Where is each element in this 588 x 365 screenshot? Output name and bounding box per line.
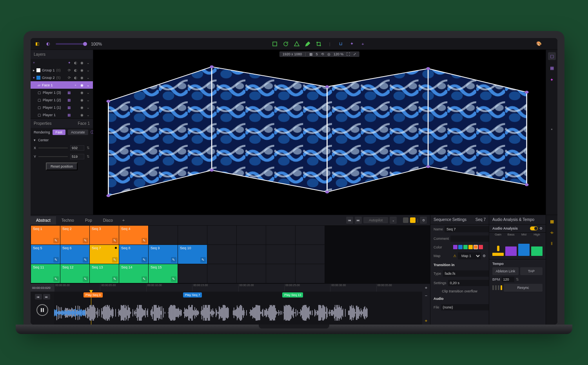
crop-tool-icon[interactable]: [271, 40, 278, 47]
sequence-cell[interactable]: [266, 264, 295, 283]
edit-icon[interactable]: ✎: [83, 276, 88, 282]
sequence-cell[interactable]: [237, 226, 266, 245]
tab-pop[interactable]: Pop: [80, 216, 98, 224]
zoom-slider[interactable]: [56, 43, 87, 45]
sequence-cell[interactable]: [178, 226, 207, 245]
edit-icon[interactable]: ✎: [112, 238, 118, 243]
layer-mask-icon[interactable]: ◐: [73, 60, 78, 65]
layer-face-1[interactable]: ▱ Face 1 ▫◉⌄: [31, 81, 93, 89]
magnet-icon[interactable]: ⊔: [338, 40, 345, 47]
rail-output-icon[interactable]: ▫: [548, 125, 556, 133]
x-input[interactable]: [70, 145, 84, 151]
record-on-button[interactable]: [410, 217, 416, 223]
edit-icon[interactable]: ✎: [112, 257, 118, 263]
sparkle-icon[interactable]: ✦: [348, 40, 356, 47]
triangle-tool-icon[interactable]: [293, 40, 300, 47]
tab-disco[interactable]: Disco: [98, 216, 118, 224]
layer-fx-icon[interactable]: ✦: [67, 60, 72, 65]
plus-icon[interactable]: +: [359, 40, 367, 47]
palette-icon[interactable]: 🎨: [535, 40, 543, 47]
sequence-cell[interactable]: [237, 245, 266, 264]
timeline-start-button[interactable]: ⏮: [35, 294, 42, 299]
sequence-cell[interactable]: Seq 8✎: [119, 245, 148, 264]
seq-settings-icon[interactable]: ⚙: [420, 217, 427, 224]
marker-play-seq-3[interactable]: Play Seq 3: [83, 292, 103, 297]
autopilot-menu-icon[interactable]: ⌄: [390, 217, 397, 224]
sequence-cell[interactable]: [207, 264, 236, 283]
tab-techno[interactable]: Techno: [56, 216, 80, 224]
preview-viewport[interactable]: [93, 50, 546, 215]
sequence-cell[interactable]: [266, 245, 295, 264]
layer-player-1[interactable]: ▢ Player 1 ▦◉⌄: [31, 111, 93, 119]
rail-mapping-icon[interactable]: ✦: [548, 76, 556, 84]
rail-grid-icon[interactable]: ▦: [548, 64, 556, 72]
center-section-header[interactable]: ▾Center: [31, 137, 93, 144]
sequence-cell[interactable]: Seq 9✎: [149, 245, 178, 264]
sequence-cell[interactable]: [178, 264, 207, 283]
edit-icon[interactable]: ✎: [142, 257, 147, 263]
edit-icon[interactable]: ✎: [53, 257, 59, 263]
rail-sliders-icon[interactable]: ⟛: [548, 228, 556, 236]
contrast-icon[interactable]: ◐: [45, 40, 52, 47]
sequence-cell[interactable]: [296, 226, 325, 245]
sequence-cell[interactable]: [296, 245, 325, 264]
sequence-cell[interactable]: [149, 226, 178, 245]
edit-icon[interactable]: ✎: [83, 257, 88, 263]
timeline-zoom-out-icon[interactable]: −: [425, 293, 427, 298]
timeline-end-button[interactable]: ⏭: [43, 294, 50, 299]
timeline-tracks[interactable]: Play Seq 3 Play Seq 7 Play Seq 13: [54, 292, 422, 325]
edit-icon[interactable]: ✎: [83, 238, 88, 243]
sequence-cell[interactable]: Seq 14✎: [119, 264, 148, 283]
add-tab-button[interactable]: +: [118, 216, 129, 224]
layer-player-1-1[interactable]: ▢ Player 1 (1) ▦◉⌄: [31, 104, 93, 111]
sequence-cell[interactable]: [266, 226, 295, 245]
sequence-cell[interactable]: Seq 2✎: [60, 226, 89, 245]
reset-position-button[interactable]: Reset position: [46, 162, 78, 170]
layer-visibility-icon[interactable]: ◉: [79, 60, 84, 65]
rendering-fast-button[interactable]: Fast: [53, 130, 66, 135]
sequence-cell[interactable]: Seq 15✎: [149, 264, 178, 283]
sequence-cell[interactable]: Seq 6✎: [60, 245, 89, 264]
tap-button[interactable]: TAP: [520, 267, 543, 275]
autopilot-button[interactable]: Autopilot: [363, 217, 388, 223]
map-settings-icon[interactable]: ⚙: [483, 254, 486, 258]
rail-layers-icon[interactable]: ▢: [548, 52, 556, 60]
transition-type-input[interactable]: [443, 270, 491, 277]
sequence-cell[interactable]: [207, 245, 236, 264]
tab-abstract[interactable]: Abstract: [31, 216, 56, 224]
rail-grid-view-icon[interactable]: ▦: [548, 217, 556, 225]
sequence-cell[interactable]: [237, 264, 266, 283]
prev-seq-button[interactable]: ⏮: [346, 217, 353, 224]
edit-icon[interactable]: ✎: [142, 238, 147, 243]
audio-settings-icon[interactable]: ⚙: [539, 226, 543, 230]
sequence-cell[interactable]: Seq 4✎: [119, 226, 148, 245]
warning-icon[interactable]: ⚠: [453, 254, 456, 258]
sequence-cell[interactable]: [296, 264, 325, 283]
sequence-cell[interactable]: Seq 13✎: [90, 264, 119, 283]
timeline-ruler[interactable]: 00:00:00.0000:00:05.0000:00:10.0000:00:1…: [54, 284, 422, 292]
edit-icon[interactable]: ✎: [142, 276, 147, 282]
audio-analysis-toggle[interactable]: [530, 226, 538, 230]
timeline-zoom-in-icon[interactable]: +: [425, 285, 427, 290]
edit-icon[interactable]: ✎: [53, 276, 59, 282]
sequence-cell[interactable]: Seq 5✎: [31, 245, 60, 264]
transform-tool-icon[interactable]: [315, 40, 322, 47]
color-swatches[interactable]: [453, 245, 483, 249]
sequence-cell[interactable]: Seq 3✎: [90, 226, 119, 245]
add-layer-icon[interactable]: +: [33, 61, 35, 65]
ableton-link-button[interactable]: Ableton Link: [492, 267, 519, 275]
y-input[interactable]: [70, 154, 84, 159]
edit-icon[interactable]: ✎: [171, 257, 176, 263]
record-off-button[interactable]: [403, 217, 408, 223]
app-icon[interactable]: ◧: [34, 40, 41, 47]
edit-icon[interactable]: ✎: [200, 257, 206, 263]
sequence-cell[interactable]: Seq 7✎: [90, 245, 119, 264]
x-slider[interactable]: [38, 148, 68, 148]
edit-icon[interactable]: ✎: [112, 276, 118, 282]
bpm-input[interactable]: [502, 277, 514, 282]
rendering-accurate-button[interactable]: Accurate: [68, 130, 88, 135]
sequence-cell[interactable]: Seq 12✎: [60, 264, 89, 283]
seq-name-input[interactable]: [445, 226, 492, 232]
pen-tool-icon[interactable]: [304, 40, 311, 47]
layer-player-1-2[interactable]: ▢ Player 1 (2) ▦◉⌄: [31, 96, 93, 104]
